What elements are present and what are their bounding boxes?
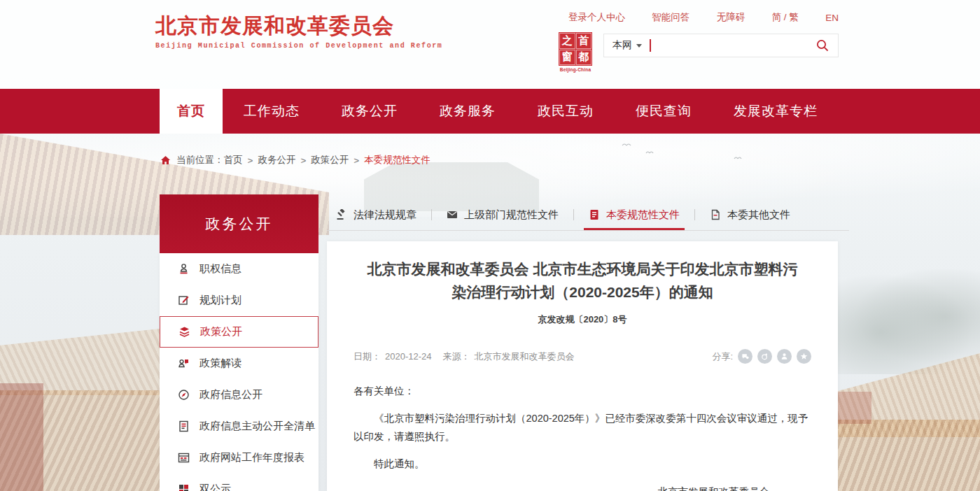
seal-icon: 之 首 窗 都 [559,32,592,66]
nav-item-gov-disclosure[interactable]: 政务公开 [321,89,419,134]
sidebar-item-website-annual-report[interactable]: 政府网站工作年度报表 [160,442,318,474]
sidebar-item-label: 政府信息公开 [200,388,262,401]
tab-our-normative-docs[interactable]: 本委规范性文件 [574,199,694,230]
breadcrumb-policy-disclosure[interactable]: 政策公开 [311,154,349,166]
doc-copy-icon [710,209,721,220]
nav-item-convenience-inquiry[interactable]: 便民查询 [615,89,713,134]
accessibility-link[interactable]: 无障碍 [717,11,746,24]
background-roof-left-2 [0,390,160,491]
date-value: 2020-12-24 [385,351,432,362]
seal-char: 都 [576,50,592,66]
background-roof-left-1 [0,329,160,395]
breadcrumb-gov-disclosure[interactable]: 政务公开 [258,154,295,166]
grid-icon [178,483,190,491]
simplified-traditional-link[interactable]: 简 / 繁 [772,11,799,24]
stamp-icon [178,263,190,276]
document-number: 京发改规〔2020〕8号 [354,313,811,326]
article-signature: 北京市发展和改革委员会 [354,483,811,491]
seal-caption: Beijing-China [559,67,592,72]
breadcrumb-home[interactable]: 首页 [224,154,243,166]
article-paragraph: 特此通知。 [354,455,811,473]
article-panel: 北京市发展和改革委员会 北京市生态环境局关于印发北京市塑料污染治理行动计划（20… [327,241,838,491]
site-logo: 北京市发展和改革委员会 Beijing Municipal Commission… [155,14,442,50]
breadcrumb: 当前位置： 首页 > 政务公开 > 政策公开 > 本委规范性文件 [160,154,430,166]
tab-label: 法律法规规章 [354,208,416,222]
smart-qa-link[interactable]: 智能问答 [652,11,690,24]
background-red-eave-right [838,392,872,424]
seal-char: 之 [559,33,575,49]
compass-icon [178,389,190,401]
search-bar: 本网 [603,34,839,57]
login-personal-center-link[interactable]: 登录个人中心 [568,11,625,24]
wechat-share-icon[interactable] [738,349,752,364]
tab-laws-regulations[interactable]: 法律法规规章 [327,199,431,230]
source-label: 来源： [443,351,470,362]
search-button[interactable] [816,38,830,52]
source-value: 北京市发展和改革委员会 [475,351,575,362]
bird-icon [622,142,631,146]
background-red-wall [0,383,43,491]
sidebar-item-dual-publicity[interactable]: 双公示 [160,474,318,491]
sidebar-item-label: 政府网站工作年度报表 [200,451,304,464]
site-title: 北京市发展和改革委员会 [155,14,442,37]
tab-superior-normative-docs[interactable]: 上级部门规范性文件 [432,199,573,230]
sidebar-item-label: 双公示 [200,483,231,491]
doc-list-icon [178,420,190,433]
red-doc-icon [589,209,600,220]
home-icon[interactable] [160,155,171,165]
seal-char: 窗 [559,50,575,66]
sidebar-item-planning[interactable]: 规划计划 [160,285,318,316]
nav-item-public-interaction[interactable]: 政民互动 [517,89,615,134]
seal-char: 首 [576,33,592,49]
article-paragraph: 各有关单位： [354,382,811,400]
qzone-share-icon[interactable] [797,349,811,364]
tab-label: 本委其他文件 [727,208,790,222]
sidebar-item-label: 政策解读 [200,357,241,370]
bird-icon [734,155,742,159]
article-body: 各有关单位： 《北京市塑料污染治理行动计划（2020-2025年）》已经市委深改… [354,382,811,491]
english-link[interactable]: EN [825,13,839,23]
sidebar-item-label: 职权信息 [200,262,241,276]
breadcrumb-current: 本委规范性文件 [364,154,430,166]
sidebar-item-label: 规划计划 [200,294,241,307]
sidebar-item-policy-disclosure[interactable]: 政策公开 [160,316,318,348]
nav-item-work-news[interactable]: 工作动态 [223,89,321,134]
qq-share-icon[interactable] [777,349,792,364]
document-type-tabs: 法律法规规章 上级部门规范性文件 本委规范性文件 本委其他文件 [327,199,849,230]
person-dialog-icon [178,357,190,370]
background-roof-right-1 [838,353,980,437]
bird-icon [645,150,654,154]
site-subtitle: Beijing Municipal Commission of Developm… [155,42,442,50]
layers-icon [178,326,191,339]
tabs-divider-line [327,230,849,231]
main-navigation: 首页 工作动态 政务公开 政务服务 政民互动 便民查询 发展改革专栏 [0,89,980,134]
sidebar-item-label: 政府信息主动公开全清单 [200,420,315,433]
nav-item-ndrc-special[interactable]: 发展改革专栏 [713,89,839,134]
sidebar-item-authority-info[interactable]: 职权信息 [160,253,318,285]
capital-window-seal-logo[interactable]: 之 首 窗 都 Beijing-China [559,32,592,72]
nav-item-gov-services[interactable]: 政务服务 [419,89,517,134]
search-input[interactable] [651,40,816,51]
date-label: 日期： [354,351,381,362]
tab-our-other-docs[interactable]: 本委其他文件 [695,199,805,230]
nav-item-home[interactable]: 首页 [160,89,223,134]
report-window-icon [178,452,190,464]
search-scope-label: 本网 [612,39,632,52]
tab-label: 本委规范性文件 [606,208,680,222]
weibo-share-icon[interactable] [757,349,772,364]
sidebar-item-proactive-disclosure-list[interactable]: 政府信息主动公开全清单 [160,411,318,442]
chevron-down-icon [636,44,642,48]
article-meta: 日期：2020-12-24来源：北京市发展和改革委员会 分享: [354,349,811,364]
sidebar-item-gov-info-disclosure[interactable]: 政府信息公开 [160,379,318,411]
sidebar-item-label: 政策公开 [200,325,242,339]
breadcrumb-separator: > [248,155,253,166]
article-paragraph: 《北京市塑料污染治理行动计划（2020-2025年）》已经市委深改委第十四次会议… [354,409,811,446]
page: 北京市发展和改革委员会 Beijing Municipal Commission… [0,0,980,491]
law-gavel-icon [336,209,347,220]
breadcrumb-separator: > [354,155,359,166]
search-scope-dropdown[interactable]: 本网 [612,39,642,52]
share-label: 分享: [712,350,733,363]
envelope-doc-icon [447,209,458,220]
sidebar-item-policy-interpretation[interactable]: 政策解读 [160,348,318,379]
search-icon [816,38,830,52]
